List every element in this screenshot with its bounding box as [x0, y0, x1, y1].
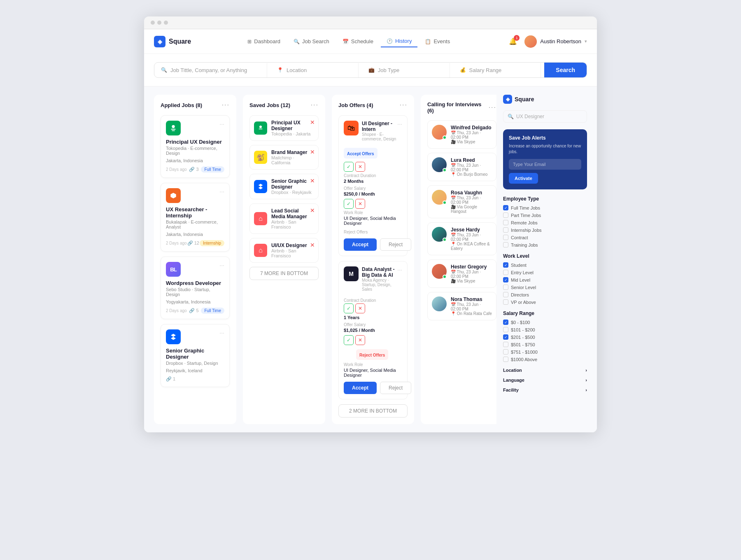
- contract-checkbox[interactable]: [503, 235, 508, 240]
- saved-card-info: Brand Manager Mailchimp · California: [271, 149, 314, 165]
- salary3-label: $501 - $750: [511, 342, 535, 347]
- load-more-offers[interactable]: 2 MORE IN BOTTOM: [338, 404, 408, 418]
- reject-mini-btn[interactable]: ✕: [355, 162, 365, 172]
- job-title: Wordpress Developer: [166, 280, 224, 286]
- nav-history[interactable]: 🕐 History: [381, 35, 417, 47]
- saved-remove-btn[interactable]: ✕: [310, 177, 315, 184]
- work-level-filter: Work Level ✓ Student Entry Level ✓ Mid L…: [503, 253, 587, 305]
- accept-mini-btn[interactable]: ✓: [344, 162, 354, 172]
- reject-offer-btn[interactable]: Reject: [380, 238, 411, 251]
- moka-logo: M: [344, 266, 359, 281]
- cross-action[interactable]: ✕: [355, 335, 365, 345]
- card-date: 2 Days ago: [166, 308, 187, 313]
- offer-title: Data Analyst - Big Data & AI: [362, 266, 397, 278]
- applied-jobs-more[interactable]: ···: [222, 101, 230, 109]
- parttime-checkbox[interactable]: [503, 212, 508, 218]
- directors-checkbox[interactable]: [503, 292, 508, 297]
- internship-label: Internship Jobs: [511, 228, 542, 233]
- vp-checkbox[interactable]: [503, 299, 508, 305]
- salary4-checkbox[interactable]: [503, 349, 508, 355]
- notifications-button[interactable]: 🔔 1: [506, 35, 520, 48]
- saved-remove-btn[interactable]: ✕: [310, 242, 315, 248]
- location-category[interactable]: Location ›: [503, 368, 587, 373]
- location-field[interactable]: 📍 Location: [270, 63, 359, 77]
- card-header: ···: [166, 329, 224, 344]
- activate-btn[interactable]: Activate: [509, 173, 538, 184]
- entry-checkbox[interactable]: [503, 270, 508, 275]
- saved-jobs-title: Saved Jobs (12): [249, 102, 290, 108]
- dropbox-logo: [166, 329, 181, 344]
- job-search-field[interactable]: 🔍 Job Tittle, Company, or Anything: [154, 63, 267, 77]
- salary2-checkbox[interactable]: ✓: [503, 334, 508, 340]
- interviews-more[interactable]: ···: [489, 104, 496, 111]
- accept-mini2[interactable]: ✓: [344, 199, 354, 209]
- accept-offer-btn2[interactable]: Accept: [344, 382, 377, 394]
- senior-checkbox[interactable]: [503, 285, 508, 290]
- svg-rect-1: [171, 129, 176, 130]
- saved-card-info: Principal UX Designer Tokopedia · Jakart…: [271, 120, 314, 136]
- reject-offers-badge: Reject Offers: [359, 353, 385, 357]
- salary3-checkbox[interactable]: [503, 342, 508, 347]
- applied-job-card: ··· UX Researcher - Internship Bukalapak…: [161, 183, 230, 252]
- reject-mini2[interactable]: ✕: [355, 199, 365, 209]
- card-more-btn[interactable]: ···: [219, 188, 224, 195]
- job-type-field[interactable]: 💼 Job Type: [362, 63, 450, 77]
- saved-remove-btn[interactable]: ✕: [310, 207, 315, 214]
- nav-schedule[interactable]: 📅 Schedule: [337, 36, 379, 47]
- job-search-placeholder: Job Tittle, Company, or Anything: [170, 67, 247, 73]
- search-button[interactable]: Search: [544, 63, 587, 77]
- salary5-label: $1000 Above: [511, 357, 537, 362]
- offer-contract-label: Contract Duration: [344, 173, 402, 178]
- employee-type-filter: Employee Type ✓ Full Time Jobs Part Time…: [503, 196, 587, 247]
- nav-dashboard[interactable]: ⊞ Dashboard: [242, 36, 286, 47]
- saved-jobs-more[interactable]: ···: [311, 101, 319, 109]
- salary1-checkbox[interactable]: [503, 327, 508, 332]
- salary-field[interactable]: 💰 Salary Range: [453, 63, 541, 77]
- applied-job-card: ··· Principal UX Designer Tokopedia · E-…: [161, 115, 230, 178]
- fulltime-checkbox[interactable]: ✓: [503, 205, 508, 210]
- salary0-checkbox[interactable]: ✓: [503, 320, 508, 325]
- card-date: 2 Days ago: [166, 167, 187, 172]
- card-more-btn[interactable]: ···: [219, 329, 224, 336]
- saved-title: Principal UX Designer: [271, 120, 314, 131]
- offer-more-btn[interactable]: ···: [397, 121, 402, 127]
- card-more-btn[interactable]: ···: [219, 262, 224, 268]
- offer-more-btn[interactable]: ···: [397, 266, 402, 273]
- job-meta: Tokopedia · E-commerce, Design: [166, 146, 224, 156]
- header-right: 🔔 1 Austin Robertson ▾: [506, 35, 587, 48]
- training-checkbox[interactable]: [503, 242, 508, 247]
- user-menu[interactable]: Austin Robertson ▾: [524, 35, 587, 48]
- accept-check-btn[interactable]: ✓: [344, 303, 354, 313]
- alert-email-input[interactable]: [509, 159, 581, 170]
- entry-label: Entry Level: [511, 270, 534, 275]
- job-meta: Bukalapak · E-commerce, Analyst: [166, 219, 224, 229]
- right-search-bar[interactable]: 🔍 UX Designer: [503, 110, 587, 123]
- offer-contract-label: Contract Duration: [344, 298, 402, 303]
- job-offers-more[interactable]: ···: [400, 101, 408, 109]
- card-date: 2 Days ago: [166, 241, 187, 245]
- sebo-logo: BL: [166, 262, 181, 277]
- card-more-btn[interactable]: ···: [219, 121, 224, 127]
- search-field-icon: 🔍: [161, 67, 167, 73]
- mid-checkbox[interactable]: ✓: [503, 277, 508, 282]
- remote-checkbox[interactable]: [503, 220, 508, 225]
- saved-remove-btn[interactable]: ✕: [310, 149, 315, 155]
- filter-option: Directors: [503, 292, 587, 297]
- saved-meta: Airbnb · San Fransisco: [271, 219, 314, 229]
- facility-category[interactable]: Facility ›: [503, 387, 587, 392]
- job-type-field-icon: 💼: [368, 67, 375, 73]
- saved-meta: Dropbox · Reykjavik: [271, 190, 314, 195]
- load-more-saved[interactable]: 7 MORE IN BOTTOM: [249, 267, 319, 280]
- nav-events[interactable]: 📋 Events: [419, 36, 456, 47]
- language-category[interactable]: Language ›: [503, 378, 587, 383]
- saved-remove-btn[interactable]: ✕: [310, 119, 315, 126]
- nav-job-search[interactable]: 🔍 Job Search: [288, 36, 335, 47]
- reject-x-btn[interactable]: ✕: [355, 303, 365, 313]
- check-action[interactable]: ✓: [344, 335, 354, 345]
- student-checkbox[interactable]: ✓: [503, 262, 508, 268]
- offer-contract-value: 2 Months: [344, 179, 402, 184]
- reject-offer-btn2[interactable]: Reject: [380, 382, 411, 394]
- accept-offer-btn[interactable]: Accept: [344, 238, 377, 251]
- internship-checkbox[interactable]: [503, 227, 508, 233]
- salary5-checkbox[interactable]: [503, 357, 508, 362]
